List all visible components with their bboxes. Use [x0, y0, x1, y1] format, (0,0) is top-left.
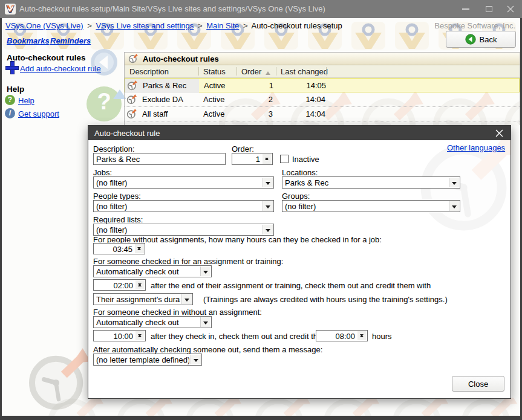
message-template-dropdown[interactable]: (no letter template defined)	[93, 354, 202, 366]
dropdown-arrow-icon	[181, 294, 192, 304]
no-assignment-credit-spinner[interactable]: 08:00	[316, 330, 368, 341]
company-name: Bespoke Software, Inc.	[434, 21, 515, 30]
dropdown-arrow-icon	[449, 178, 459, 187]
close-icon	[507, 5, 514, 13]
breadcrumb-separator: >	[243, 21, 248, 30]
back-icon	[465, 34, 476, 45]
rule-status: Active	[204, 79, 225, 93]
dialog-title: Auto-checkout rule	[94, 129, 160, 138]
help-link[interactable]: Help	[18, 96, 34, 105]
rule-last-changed: 14:04	[276, 92, 325, 107]
groups-dropdown[interactable]: (no filter)	[282, 200, 460, 212]
rule-description: Parks & Rec	[143, 79, 186, 93]
rule-last-changed: 14:05	[276, 79, 326, 93]
sort-ascending-icon	[266, 69, 270, 75]
spinner-arrows-icon[interactable]	[135, 244, 144, 253]
close-button[interactable]	[500, 0, 521, 18]
bottom-watermark-strip	[2, 398, 520, 416]
breadcrumb: VSys One (VSys Live) > VSys Live sites a…	[5, 21, 342, 30]
help-icon: ?	[5, 95, 15, 105]
spinner-arrows-icon[interactable]	[135, 280, 145, 289]
minimize-button[interactable]	[455, 0, 476, 18]
no-assignment-section-label: For someone checked in without an assign…	[93, 308, 262, 317]
breadcrumb-link-main-site[interactable]: Main Site	[206, 21, 239, 30]
order-label: Order:	[232, 144, 254, 153]
jobs-dropdown[interactable]: (no filter)	[93, 176, 274, 189]
dropdown-arrow-icon	[449, 201, 459, 211]
rule-description: Exclude DA	[142, 92, 183, 107]
maximize-button[interactable]	[478, 0, 499, 18]
rule-order: 3	[237, 107, 273, 121]
column-order[interactable]: Order	[241, 67, 261, 76]
reminders-link[interactable]: Reminders	[50, 36, 91, 45]
dialog-close-icon[interactable]	[495, 129, 503, 137]
dropdown-arrow-icon	[200, 267, 210, 276]
credit-duration-value: Their assignment's duration	[96, 295, 180, 304]
inactive-label: Inactive	[292, 155, 319, 164]
credit-note: (Trainings are always credited with hour…	[203, 295, 448, 304]
locations-dropdown[interactable]: Parks & Rec	[282, 176, 460, 189]
assignment-delay-value: 02:00	[113, 281, 133, 290]
credit-duration-dropdown[interactable]: Their assignment's duration	[93, 293, 193, 305]
rule-last-changed: 14:04	[276, 107, 325, 121]
spinner-arrows-icon[interactable]	[135, 331, 145, 340]
assignment-action-dropdown[interactable]: Automatically check out	[93, 265, 212, 277]
people-types-dropdown[interactable]: (no filter)	[93, 200, 274, 212]
plus-icon	[5, 60, 19, 75]
dropdown-arrow-icon	[263, 225, 273, 234]
max-hours-spinner[interactable]: 03:45	[93, 243, 145, 254]
table-row-parks-rec[interactable]: Parks & Rec Active 1 14:05	[125, 78, 520, 92]
rule-order: 1	[237, 79, 273, 93]
vsys-logo-icon	[5, 4, 16, 15]
jobs-value: (no filter)	[96, 178, 261, 187]
no-assignment-action-dropdown[interactable]: Automatically check out	[93, 316, 212, 328]
order-value: 1	[256, 155, 260, 164]
required-lists-label: Required lists:	[93, 215, 143, 224]
rules-table: Auto-checkout rules Description Status O…	[124, 52, 520, 125]
info-icon: i	[5, 108, 15, 118]
dialog-close-button[interactable]: Close	[452, 376, 504, 392]
people-types-label: People types:	[93, 192, 141, 201]
table-row-all-staff[interactable]: All staff Active 3 14:04	[125, 107, 520, 121]
required-lists-dropdown[interactable]: (no filter)	[93, 224, 274, 236]
rule-clock-icon	[126, 94, 137, 105]
bookmarks-link[interactable]: Bookmarks	[7, 36, 50, 45]
assignment-action-value: Automatically check out	[96, 267, 199, 276]
get-support-link[interactable]: Get support	[18, 109, 59, 118]
locations-label: Locations:	[282, 168, 318, 177]
no-assignment-delay-value: 10:00	[113, 332, 133, 341]
minimize-icon	[462, 8, 469, 10]
assignment-delay-spinner[interactable]: 02:00	[93, 279, 146, 291]
table-title-bar: Auto-checkout rules	[125, 53, 520, 65]
jobs-label: Jobs:	[93, 168, 112, 177]
window-titlebar: Auto-checkout rules setup/Main Site/VSys…	[0, 0, 522, 18]
description-input[interactable]	[93, 153, 226, 165]
spinner-arrows-icon[interactable]	[357, 331, 367, 340]
breadcrumb-link-sites-settings[interactable]: VSys Live sites and settings	[96, 21, 194, 30]
inactive-checkbox[interactable]	[280, 155, 289, 163]
breadcrumb-link-vsys-one[interactable]: VSys One (VSys Live)	[5, 21, 83, 30]
column-description[interactable]: Description	[129, 67, 169, 76]
hours-suffix-label: hours	[372, 332, 392, 341]
add-auto-checkout-rule-link[interactable]: Add auto-checkout rule	[20, 64, 101, 73]
max-hours-value: 03:45	[113, 245, 132, 254]
auto-checkout-rule-dialog: Auto-checkout rule Other languages Descr…	[88, 125, 511, 399]
back-button-label: Back	[480, 35, 497, 44]
back-button[interactable]: Back	[446, 31, 516, 48]
column-status[interactable]: Status	[203, 67, 226, 76]
no-assignment-credit-value: 08:00	[335, 332, 355, 341]
table-header-row[interactable]: Description Status Order Last changed	[125, 65, 520, 78]
spinner-arrows-icon[interactable]	[263, 154, 272, 164]
other-languages-link[interactable]: Other languages	[447, 143, 505, 152]
order-spinner[interactable]: 1	[232, 153, 273, 165]
app-window: Auto-checkout rules setup/Main Site/VSys…	[0, 0, 522, 420]
rule-status: Active	[203, 107, 224, 121]
no-assignment-action-value: Automatically check out	[96, 318, 199, 327]
message-template-value: (no letter template defined)	[96, 355, 189, 364]
table-row-exclude-da[interactable]: Exclude DA Active 2 14:04	[125, 92, 520, 107]
column-last-changed[interactable]: Last changed	[281, 67, 328, 76]
close-button-label: Close	[468, 380, 488, 389]
dialog-body: Other languages Description: Order: 1 In…	[88, 140, 511, 398]
no-assignment-delay-spinner[interactable]: 10:00	[93, 330, 146, 341]
assignment-section-label: For someone checked in for an assignment…	[93, 257, 283, 266]
